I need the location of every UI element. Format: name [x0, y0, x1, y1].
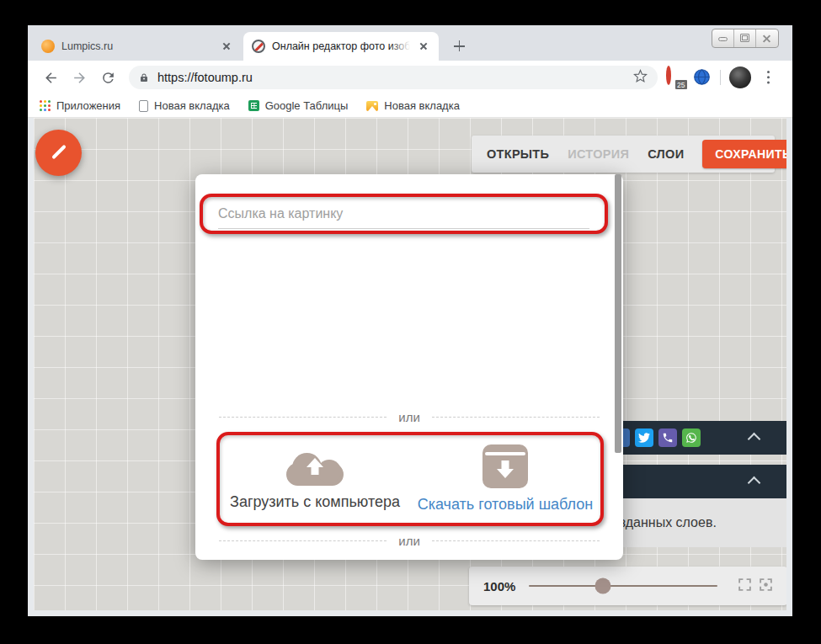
draw-fab-button[interactable]	[35, 130, 82, 176]
or-text: или	[398, 534, 420, 548]
history-menu-item[interactable]: ИСТОРИЯ	[568, 147, 629, 161]
toolbar-divider	[720, 70, 721, 85]
apps-grid-icon	[40, 100, 51, 111]
forward-button[interactable]	[69, 67, 89, 88]
minimize-button[interactable]	[712, 29, 734, 47]
divider-line	[219, 417, 387, 418]
tab-title: Онлайн редактор фото изображ	[272, 40, 410, 52]
tab-close-icon[interactable]	[417, 40, 430, 53]
bookmark-star-button[interactable]	[633, 69, 648, 87]
profile-avatar[interactable]	[729, 67, 751, 88]
fullscreen-button[interactable]	[738, 577, 752, 595]
viber-icon[interactable]	[658, 428, 677, 447]
sheets-icon	[248, 100, 259, 111]
lumpics-favicon-icon	[41, 40, 55, 53]
dialog-scrollbar[interactable]	[615, 174, 621, 453]
layers-menu-item[interactable]: СЛОИ	[648, 147, 684, 161]
bookmark-apps[interactable]: Приложения	[40, 99, 120, 112]
fit-center-button[interactable]	[759, 577, 773, 595]
template-download-icon	[482, 444, 528, 488]
fotoump-favicon-icon	[252, 40, 265, 53]
tab-close-icon[interactable]	[220, 40, 233, 53]
tab-fotoump-active[interactable]: Онлайн редактор фото изображ	[243, 32, 439, 61]
zoom-slider[interactable]	[529, 585, 717, 588]
editor-canvas: ОТКРЫТЬ ИСТОРИЯ СЛОИ СОХРАНИТЬ Нет созда…	[34, 118, 786, 610]
bookmark-label: Google Таблицы	[265, 99, 349, 112]
bookmark-label: Новая вкладка	[154, 99, 230, 112]
divider-line	[432, 540, 600, 541]
whatsapp-icon[interactable]	[682, 428, 701, 447]
zoom-bar: 100%	[469, 567, 786, 605]
url-text: https://fotoump.ru	[157, 71, 626, 84]
or-text: или	[398, 410, 420, 424]
browser-window: Lumpics.ru Онлайн редактор фото изображ …	[28, 25, 792, 616]
browser-toolbar: https://fotoump.ru 25	[28, 61, 792, 94]
adblock-icon	[666, 66, 671, 85]
maximize-icon	[740, 34, 749, 42]
or-divider: или	[219, 408, 600, 425]
reload-button[interactable]	[98, 67, 118, 88]
forward-arrow-icon	[72, 70, 88, 86]
lock-icon	[139, 72, 149, 83]
download-template-button[interactable]: Скачать готовый шаблон	[410, 435, 600, 523]
divider-line	[219, 540, 387, 541]
upload-computer-label: Загрузить с компьютера	[230, 493, 400, 511]
maximize-button[interactable]	[734, 29, 756, 47]
image-url-input[interactable]	[218, 199, 589, 229]
bookmark-label: Новая вкладка	[384, 99, 460, 112]
download-template-label: Скачать готовый шаблон	[418, 496, 594, 514]
fullscreen-icon	[738, 577, 752, 592]
fit-center-icon	[759, 577, 773, 592]
document-icon	[139, 100, 148, 112]
minimize-icon	[718, 37, 728, 41]
cloud-upload-icon	[286, 447, 344, 486]
upload-from-computer-button[interactable]: Загрузить с компьютера	[220, 435, 410, 523]
new-tab-button[interactable]	[449, 36, 471, 56]
collapse-chevron-icon[interactable]	[748, 476, 761, 490]
zoom-slider-handle[interactable]	[594, 578, 610, 594]
tab-title: Lumpics.ru	[61, 40, 213, 52]
extension-badge: 25	[675, 80, 687, 89]
pencil-icon	[51, 145, 67, 160]
zoom-value: 100%	[483, 579, 515, 593]
tab-strip: Lumpics.ru Онлайн редактор фото изображ	[28, 25, 792, 61]
bookmark-new-tab-2[interactable]: Новая вкладка	[366, 99, 460, 112]
close-icon	[761, 33, 772, 44]
bookmark-new-tab-1[interactable]: Новая вкладка	[139, 99, 230, 112]
close-button[interactable]	[756, 29, 778, 47]
image-icon	[366, 101, 378, 111]
window-controls	[712, 29, 779, 48]
globe-extension-button[interactable]	[693, 68, 712, 87]
back-button[interactable]	[40, 67, 61, 88]
editor-toolbar: ОТКРЫТЬ ИСТОРИЯ СЛОИ СОХРАНИТЬ	[472, 136, 775, 173]
upload-options-highlight: Загрузить с компьютера Скачать готовый ш…	[216, 432, 604, 526]
open-image-dialog: или Загрузить с компьютера	[195, 174, 623, 560]
open-menu-item[interactable]: ОТКРЫТЬ	[487, 147, 549, 161]
star-icon	[633, 69, 648, 83]
adblock-extension-button[interactable]: 25	[666, 68, 685, 87]
address-bar[interactable]: https://fotoump.ru	[129, 66, 658, 89]
globe-icon	[693, 74, 711, 88]
url-input-highlight	[200, 194, 608, 234]
bookmark-label: Приложения	[56, 99, 120, 112]
bookmarks-bar: Приложения Новая вкладка Google Таблицы …	[28, 94, 792, 118]
bookmark-google-sheets[interactable]: Google Таблицы	[248, 99, 349, 112]
tab-lumpics[interactable]: Lumpics.ru	[33, 32, 242, 61]
twitter-icon[interactable]	[635, 428, 653, 447]
back-arrow-icon	[43, 70, 59, 86]
collapse-chevron-icon[interactable]	[748, 433, 761, 446]
divider-line	[432, 417, 600, 418]
reload-icon	[100, 70, 116, 86]
or-divider: или	[219, 532, 600, 549]
save-button[interactable]: СОХРАНИТЬ	[702, 140, 786, 168]
chrome-menu-button[interactable]	[761, 68, 776, 87]
